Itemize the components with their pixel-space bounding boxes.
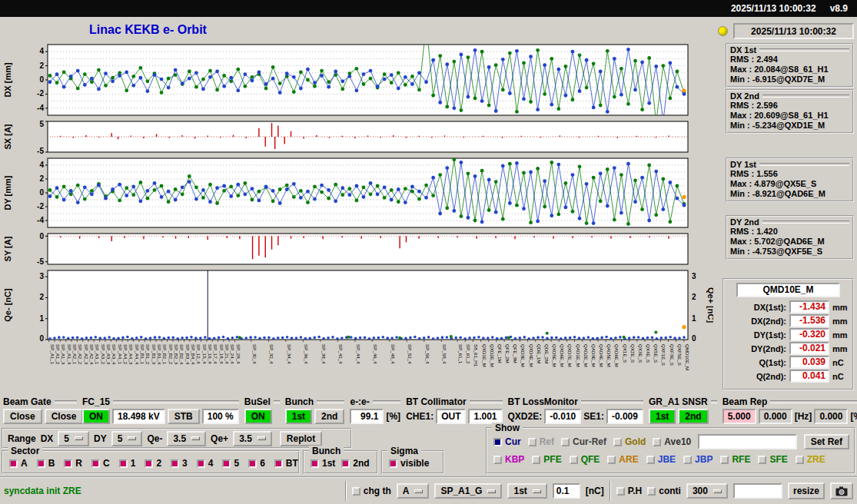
gr-snsr-2nd-button[interactable]: 2nd — [678, 409, 708, 424]
ref-file-input[interactable] — [698, 434, 796, 449]
checkbox-b[interactable]: B — [37, 458, 55, 469]
range-dy-select[interactable]: 5 — [111, 431, 143, 446]
range-dx-select[interactable]: 5 — [58, 431, 89, 446]
gr-snsr-1st-button[interactable]: 1st — [649, 409, 676, 424]
bunch-1st-button[interactable]: 1st — [285, 409, 312, 424]
range-qem-select[interactable]: 3.5 — [167, 431, 206, 446]
monitor-row-label: DY(1st): — [754, 330, 786, 340]
monitor-row: Q(2nd):0.041nC — [727, 370, 849, 383]
checkbox-5[interactable]: 5 — [222, 458, 239, 469]
checkbox-box — [64, 459, 72, 468]
svg-text:3: 3 — [692, 272, 696, 280]
checkbox-ref[interactable]: Ref — [528, 436, 554, 447]
stat-line: Max : 20.084@S8_61_H1 — [730, 65, 849, 75]
fc15-kv-value: 18.498 kV — [112, 409, 165, 424]
checkbox-1st[interactable]: 1st — [311, 458, 335, 469]
checkbox-box — [37, 459, 45, 468]
ee-ratio-value: 99.1 — [350, 409, 384, 424]
bunch-2nd-button[interactable]: 2nd — [314, 409, 344, 424]
beam-rep-hz-unit: [Hz] — [795, 411, 812, 422]
x-axis-bpm-label: SP_B3_4 — [185, 344, 191, 365]
checkbox-3[interactable]: 3 — [171, 458, 188, 469]
checkbox-sfe[interactable]: SFE — [758, 454, 787, 465]
checkbox-jbe[interactable]: JBE — [646, 454, 676, 465]
conti-checkbox[interactable]: conti — [647, 486, 681, 496]
range-qep-select[interactable]: 3.5 — [233, 431, 272, 446]
resize-button[interactable]: resize — [788, 482, 825, 499]
checkbox-curref[interactable]: Cur-Ref — [561, 436, 606, 447]
checkbox-pfe[interactable]: PFE — [532, 454, 561, 465]
checkbox-r[interactable]: R — [64, 458, 82, 469]
stat-group-title: DY 2nd — [730, 217, 759, 227]
checkbox-are[interactable]: ARE — [607, 454, 638, 465]
checkbox-4[interactable]: 4 — [197, 458, 214, 469]
beam-rep-label: Beam Rep — [722, 396, 768, 407]
checkbox-jbp[interactable]: JBP — [683, 454, 713, 465]
screenshot-button[interactable] — [830, 482, 853, 499]
checkbox-qfe[interactable]: QFE — [570, 454, 600, 465]
x-axis-bpm-label: SP_17_4 — [213, 344, 218, 364]
x-axis-bpm-label: SP_38_4 — [321, 344, 327, 364]
gr-snsr-label: GR_A1 SNSR — [649, 396, 708, 407]
x-axis-bpm-label: SP_A3_2 — [101, 344, 106, 365]
bunch-select[interactable]: 1st — [507, 483, 546, 499]
x-axis-bpm-label: SP_30_4 — [252, 344, 257, 364]
monitor-row-label: DX(2nd): — [751, 317, 786, 326]
bpm-select[interactable]: SP_A1_G — [434, 483, 502, 499]
busel-on-button[interactable]: ON — [244, 409, 272, 424]
fc15-stb-button[interactable]: STB — [168, 409, 200, 424]
x-axis-bpm-label: QX2E_S — [630, 344, 636, 363]
monitor-row-label: Q(2nd): — [756, 372, 786, 381]
checkbox-a[interactable]: A — [9, 458, 28, 469]
checkbox-1[interactable]: 1 — [119, 458, 136, 469]
fc15-label: FC_15 — [82, 396, 110, 407]
checkbox-kbp[interactable]: KBP — [493, 454, 524, 465]
x-axis-bpm-label: SP_A4_3 — [128, 344, 134, 365]
checkbox-6[interactable]: 6 — [248, 458, 265, 469]
checkbox-box — [144, 459, 153, 468]
checkbox-ave10[interactable]: Ave10 — [653, 436, 691, 447]
threshold-input[interactable] — [553, 483, 580, 499]
x-axis-bpm-label: QAD5E_M — [606, 344, 612, 367]
x-axis-bpm-label: QAD4E_M — [599, 344, 604, 367]
x-axis-bpm-label: SP_48_4 — [390, 344, 396, 364]
x-axis-bpm-label: SP_16_4 — [208, 344, 213, 364]
count-select[interactable]: 300 — [686, 483, 728, 499]
checkbox-2nd[interactable]: 2nd — [341, 458, 369, 469]
beam-gate-close-2-button[interactable]: Close — [45, 409, 84, 424]
ph-checkbox[interactable]: P.H — [616, 486, 642, 496]
checkbox-c[interactable]: C — [91, 458, 110, 469]
sector-select[interactable]: A — [397, 483, 430, 499]
set-ref-button[interactable]: Set Ref — [804, 434, 849, 449]
checkbox-gold[interactable]: Gold — [613, 436, 646, 447]
option-indicator-icon — [128, 436, 136, 440]
fc15-on-button[interactable]: ON — [82, 409, 110, 424]
group-gr-snsr: GR_A1 SNSR 1st 2nd — [649, 396, 717, 424]
beam-gate-label: Beam Gate — [3, 396, 51, 407]
checkbox-cur[interactable]: Cur — [493, 436, 521, 447]
checkbox-rfe[interactable]: RFE — [720, 454, 750, 465]
replot-button[interactable]: Replot — [280, 431, 322, 446]
checkbox-bt[interactable]: BT — [274, 458, 298, 469]
x-axis-bpm-label: QFE_1M — [497, 344, 503, 363]
checkbox-box — [341, 459, 350, 468]
checkbox-zre[interactable]: ZRE — [796, 454, 825, 465]
x-axis-bpm-label: QXD5E_M — [552, 344, 557, 367]
checkbox-2[interactable]: 2 — [144, 458, 161, 469]
checkbox-box — [119, 459, 128, 468]
checkbox-box — [91, 459, 100, 468]
ee-ratio-label: e-:e- — [350, 396, 369, 407]
checkbox-box — [528, 438, 536, 446]
checkbox-box — [683, 456, 692, 464]
monitor-rows: DX(1st):-1.434mmDX(2nd):-1.536mmDY(1st):… — [727, 300, 849, 383]
bt-collimator-label: BT Collimator — [406, 396, 467, 407]
stat-line: RMS : 2.596 — [730, 101, 849, 111]
chg-th-label: chg th — [364, 486, 391, 496]
checkbox-visible[interactable]: visible — [389, 458, 429, 469]
beam-gate-close-1-button[interactable]: Close — [3, 409, 42, 424]
option-indicator-icon — [414, 489, 423, 493]
count-input[interactable] — [733, 483, 782, 499]
chg-th-checkbox[interactable]: chg th — [352, 486, 391, 496]
checkbox-label: 4 — [208, 458, 214, 469]
svg-text:5: 5 — [39, 120, 44, 128]
